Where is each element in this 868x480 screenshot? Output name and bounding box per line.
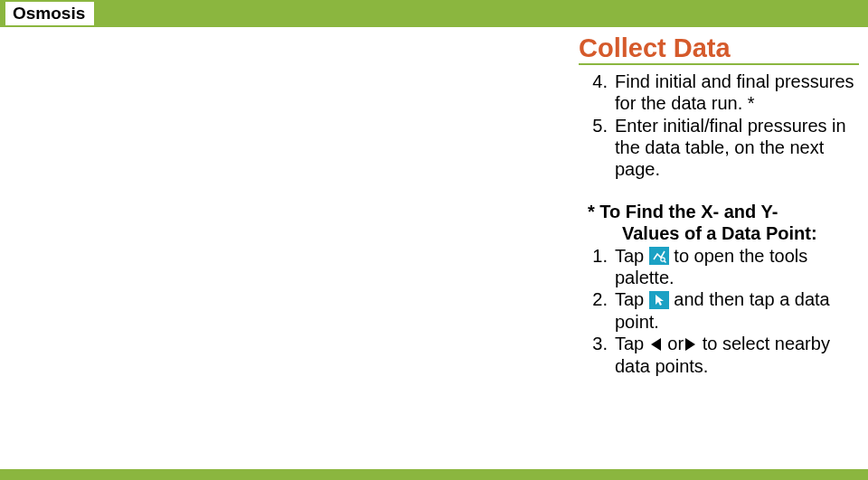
step-number: 5. — [588, 115, 615, 181]
step-text: Tap or to select nearby data points. — [615, 333, 859, 377]
graph-tools-icon — [649, 247, 669, 265]
text-pre: Tap — [615, 246, 649, 266]
text-mid: or — [663, 334, 684, 353]
triangle-left-icon — [651, 338, 661, 351]
note-title: * To Find the X- and Y- Values of a Data… — [588, 201, 859, 245]
note-title-line2: Values of a Data Point: — [588, 222, 859, 244]
section-title: Collect Data — [579, 34, 859, 65]
footer-bar — [0, 469, 868, 480]
text-pre: Tap — [615, 334, 649, 353]
step-text: Enter initial/final pressures in the dat… — [615, 115, 859, 181]
triangle-right-icon — [685, 338, 695, 351]
svg-line-1 — [664, 261, 665, 263]
page-title: Osmosis — [5, 2, 94, 25]
step-number: 3. — [588, 333, 615, 377]
steps-list: 4. Find initial and final pressures for … — [579, 71, 859, 181]
note-block: * To Find the X- and Y- Values of a Data… — [579, 201, 859, 377]
step-text: Tap to open the tools palette. — [615, 245, 859, 289]
content-panel: Collect Data 4. Find initial and final p… — [579, 34, 859, 377]
header-bar: Osmosis — [0, 0, 868, 27]
list-item: 3. Tap or to select nearby data points. — [588, 333, 859, 377]
list-item: 5. Enter initial/final pressures in the … — [588, 115, 859, 181]
list-item: 4. Find initial and final pressures for … — [588, 71, 859, 115]
step-text: Find initial and final pressures for the… — [615, 71, 859, 115]
step-number: 1. — [588, 245, 615, 289]
step-number: 4. — [588, 71, 615, 115]
note-title-line1: * To Find the X- and Y- — [588, 202, 778, 221]
svg-marker-2 — [656, 295, 664, 306]
slide: Osmosis Collect Data 4. Find initial and… — [0, 0, 868, 480]
list-item: 1. Tap to open the tools palette. — [588, 245, 859, 289]
list-item: 2. Tap and then tap a data point. — [588, 288, 859, 333]
text-pre: Tap — [615, 289, 649, 309]
cursor-icon — [649, 291, 669, 309]
step-number: 2. — [588, 288, 615, 333]
step-text: Tap and then tap a data point. — [615, 288, 859, 333]
